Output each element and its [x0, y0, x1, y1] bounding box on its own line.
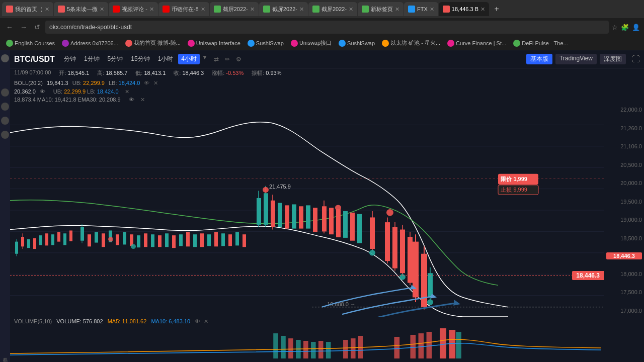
sidebar-icon-3[interactable]: [1, 103, 9, 111]
svg-point-91: [427, 299, 433, 305]
tab-4[interactable]: 币链何在-8 ✕: [158, 2, 209, 16]
time-btn-min[interactable]: 分钟: [61, 54, 79, 64]
address-bar[interactable]: okx.com/cn/trade-spot/btc-usdt: [45, 21, 609, 34]
current-price-badge: 18,446.3: [572, 271, 604, 280]
user-icon[interactable]: 👤: [632, 24, 640, 31]
boll-lb-label: LB: 18,424.0: [109, 80, 140, 86]
tab-close-10[interactable]: ✕: [480, 6, 485, 13]
tab-label-4: 币链何在-8: [172, 6, 199, 13]
tab-close-5[interactable]: ✕: [250, 6, 255, 13]
volume-header: VOLUME(5,10) VOLUME: 576.802 MA5: 11,081…: [10, 317, 644, 326]
tab-close-7[interactable]: ✕: [349, 6, 353, 13]
bookmark-icon-9: [513, 40, 520, 47]
bookmark-icon[interactable]: ☆: [612, 24, 618, 31]
svg-rect-59: [285, 205, 289, 228]
tab-label-1: 我的首页（: [15, 6, 43, 13]
sidebar-icon-1[interactable]: [1, 54, 9, 62]
svg-rect-15: [27, 239, 30, 248]
exchange-label: 欧易: [2, 354, 9, 358]
boll-ub-val: 22,299.9: [83, 80, 105, 86]
tab-close-4[interactable]: ✕: [201, 6, 205, 13]
forward-button[interactable]: →: [18, 21, 29, 33]
chart-svg: 21,475.9: [10, 104, 604, 317]
time-btn-4h[interactable]: 4小时: [178, 54, 200, 64]
tab-1[interactable]: 我的首页（ ✕: [2, 2, 53, 16]
ma-close-icon[interactable]: ✕: [125, 88, 129, 95]
mode-basic[interactable]: 基本版: [526, 54, 552, 64]
sidebar-icon-4[interactable]: [1, 117, 9, 125]
new-tab-button[interactable]: +: [490, 2, 504, 16]
tab-2[interactable]: 5条未读—微 ✕: [54, 2, 108, 16]
time-btn-dropdown[interactable]: ▼: [202, 54, 208, 64]
compare-icon[interactable]: ⇄: [214, 56, 219, 63]
tab-close-6[interactable]: ✕: [299, 6, 304, 13]
bookmark-1[interactable]: Address 0x87206...: [59, 39, 121, 48]
extensions-icon[interactable]: 🧩: [621, 24, 629, 31]
bookmark-label-0: English Courses: [15, 40, 55, 46]
ma-eye-icon[interactable]: 👁: [40, 88, 45, 95]
bookmark-2[interactable]: 我的首页 微博-随...: [122, 38, 184, 48]
bookmark-7[interactable]: 以太坊 矿池 - 星火...: [379, 38, 443, 48]
mode-tradingview[interactable]: TradingView: [555, 54, 597, 64]
tab-close-2[interactable]: ✕: [100, 6, 104, 13]
tab-favicon-4: [163, 6, 170, 13]
ma-indicator-row: 20,362.0 👁 UB: 22,299.9 LB: 18,424.0 ✕: [10, 87, 644, 96]
sidebar-icon-5[interactable]: [1, 131, 9, 139]
tab-6[interactable]: 截屏2022- ✕: [259, 2, 308, 16]
tab-8[interactable]: 新标签页 ✕: [358, 2, 404, 16]
svg-rect-35: [144, 233, 147, 247]
price-18000: 18,000.0: [606, 270, 642, 278]
browser-frame: 我的首页（ ✕ 5条未读—微 ✕ 视频评论 - ✕ 币链何在-8 ✕ 截屏202…: [0, 0, 644, 362]
svg-rect-30: [116, 234, 119, 245]
candle-info-row: 11/09 07:00:00 开: 18,545.1 高: 18,585.7 低…: [10, 68, 644, 78]
bookmark-3[interactable]: Uniswap Interface: [185, 39, 244, 48]
volume-val: VOLUME: 576.802: [56, 318, 103, 324]
tab-close-8[interactable]: ✕: [395, 6, 399, 13]
bookmark-label-2: 我的首页 微博-随...: [134, 39, 181, 47]
svg-rect-43: [200, 233, 204, 247]
back-button[interactable]: ←: [4, 21, 15, 33]
time-btn-1m[interactable]: 1分钟: [81, 54, 103, 64]
price-20000: 20,000.0: [606, 179, 642, 187]
ema-close-icon[interactable]: ✕: [140, 97, 145, 103]
candle-amplitude-val: 0.93%: [266, 70, 281, 76]
bookmark-9[interactable]: DeFi Pulse - The...: [510, 39, 571, 48]
boll-label: BOLL(20,2): [14, 80, 43, 86]
ma-labels: UB: 22,299.9 LB: 18,424.0: [53, 88, 119, 95]
volume-close-icon[interactable]: ✕: [204, 318, 208, 324]
volume-eye-icon[interactable]: 👁: [195, 318, 200, 324]
sidebar-icon-2[interactable]: [1, 88, 9, 97]
ma-row-text: 18,873.4 MA10: 19,421.8 EMA30: 20,208.9: [14, 97, 121, 103]
time-btn-5m[interactable]: 5分钟: [105, 54, 126, 64]
svg-rect-63: [313, 208, 317, 232]
settings-icon[interactable]: ⚙: [236, 56, 242, 63]
ema-eye-icon[interactable]: 👁: [129, 97, 134, 103]
bookmark-label-5: Uniswap接口: [299, 39, 332, 47]
bookmark-5[interactable]: Uniswap接口: [288, 38, 335, 48]
refresh-button[interactable]: ↺: [32, 21, 42, 33]
tab-close-3[interactable]: ✕: [149, 6, 154, 13]
bookmark-6[interactable]: SushiSwap: [336, 39, 378, 48]
chart-canvas-area[interactable]: 21,475.9: [10, 104, 604, 317]
time-btn-15m[interactable]: 15分钟: [128, 54, 152, 64]
bookmark-4[interactable]: SushiSwap: [245, 39, 287, 48]
mode-depth[interactable]: 深度图: [600, 54, 626, 64]
svg-rect-34: [137, 235, 140, 247]
tab-close-1[interactable]: ✕: [45, 6, 49, 13]
pencil-icon[interactable]: ✏: [225, 56, 230, 63]
tab-close-9[interactable]: ✕: [430, 6, 434, 13]
svg-point-68: [335, 205, 341, 211]
bookmark-0[interactable]: English Courses: [3, 39, 58, 48]
tab-9[interactable]: FTX ✕: [404, 2, 438, 16]
boll-close-icon[interactable]: ✕: [153, 80, 158, 86]
tab-7[interactable]: 截屏2022- ✕: [308, 2, 357, 16]
bookmarks-bar: English Courses Address 0x87206... 我的首页 …: [0, 36, 644, 50]
time-btn-1h[interactable]: 1小时: [155, 54, 177, 64]
boll-eye-icon[interactable]: 👁: [144, 80, 149, 86]
tab-3[interactable]: 视频评论 - ✕: [109, 2, 158, 16]
volume-ma10: MA10: 6,483.10: [151, 318, 190, 324]
bookmark-8[interactable]: Curve Finance | St...: [444, 39, 509, 48]
tab-5[interactable]: 截屏2022- ✕: [210, 2, 259, 16]
fullscreen-icon[interactable]: ⛶: [632, 55, 640, 64]
tab-10[interactable]: 18,446.3 B ✕: [439, 2, 489, 16]
